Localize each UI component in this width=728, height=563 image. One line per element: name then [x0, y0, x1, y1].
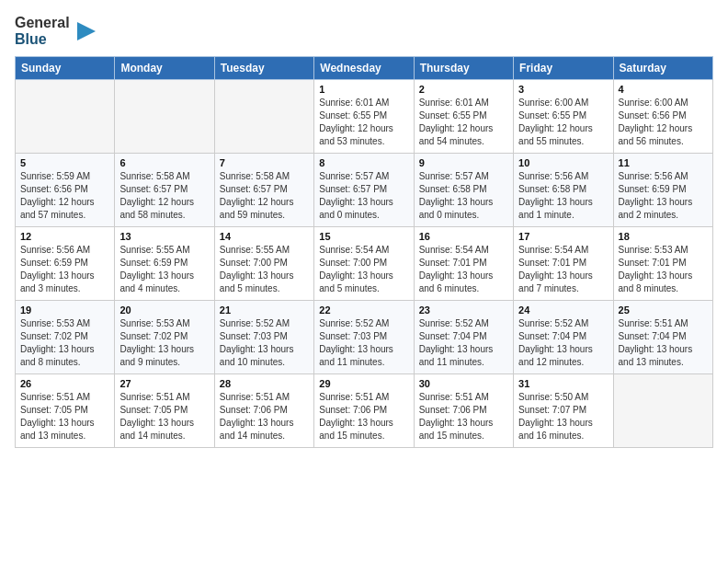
calendar-day-cell: 14Sunrise: 5:55 AMSunset: 7:00 PMDayligh…	[214, 227, 313, 301]
day-number: 28	[220, 378, 309, 389]
day-info: Sunrise: 5:54 AMSunset: 7:01 PMDaylight:…	[419, 244, 508, 295]
day-info: Sunrise: 5:52 AMSunset: 7:04 PMDaylight:…	[518, 317, 608, 369]
day-number: 25	[619, 304, 708, 316]
day-info: Sunrise: 6:01 AMSunset: 6:55 PMDaylight:…	[319, 97, 408, 148]
calendar-header-cell: Tuesday	[214, 57, 313, 80]
day-number: 6	[119, 157, 209, 168]
day-number: 4	[619, 84, 708, 95]
calendar-day-cell: 1Sunrise: 6:01 AMSunset: 6:55 PMDaylight…	[314, 80, 414, 154]
day-info: Sunrise: 5:56 AMSunset: 6:58 PMDaylight:…	[518, 170, 608, 222]
day-info: Sunrise: 5:58 AMSunset: 6:57 PMDaylight:…	[119, 170, 209, 222]
calendar-week-row: 1Sunrise: 6:01 AMSunset: 6:55 PMDaylight…	[16, 80, 713, 154]
day-info: Sunrise: 5:53 AMSunset: 7:02 PMDaylight:…	[20, 317, 109, 369]
day-info: Sunrise: 5:52 AMSunset: 7:03 PMDaylight:…	[319, 317, 408, 369]
svg-marker-0	[77, 22, 96, 40]
calendar-body: 1Sunrise: 6:01 AMSunset: 6:55 PMDaylight…	[16, 80, 713, 448]
logo-triangle-icon	[74, 18, 99, 44]
calendar-day-cell	[16, 80, 115, 154]
calendar-header-cell: Sunday	[16, 57, 115, 80]
day-number: 5	[20, 157, 109, 168]
logo-general-text: General	[15, 15, 70, 31]
day-number: 19	[20, 304, 109, 316]
calendar-header-cell: Thursday	[414, 57, 513, 80]
day-info: Sunrise: 6:00 AMSunset: 6:55 PMDaylight:…	[518, 97, 608, 148]
calendar-week-row: 19Sunrise: 5:53 AMSunset: 7:02 PMDayligh…	[16, 301, 713, 374]
calendar-day-cell: 31Sunrise: 5:50 AMSunset: 7:07 PMDayligh…	[514, 374, 613, 448]
calendar-day-cell: 25Sunrise: 5:51 AMSunset: 7:04 PMDayligh…	[613, 301, 712, 374]
calendar-day-cell: 27Sunrise: 5:51 AMSunset: 7:05 PMDayligh…	[115, 374, 214, 448]
calendar-day-cell: 6Sunrise: 5:58 AMSunset: 6:57 PMDaylight…	[115, 154, 214, 227]
calendar-day-cell: 19Sunrise: 5:53 AMSunset: 7:02 PMDayligh…	[16, 301, 115, 374]
day-info: Sunrise: 5:51 AMSunset: 7:06 PMDaylight:…	[319, 391, 408, 442]
calendar-day-cell: 26Sunrise: 5:51 AMSunset: 7:05 PMDayligh…	[16, 374, 115, 448]
calendar-day-cell: 15Sunrise: 5:54 AMSunset: 7:00 PMDayligh…	[314, 227, 414, 301]
calendar-day-cell: 5Sunrise: 5:59 AMSunset: 6:56 PMDaylight…	[16, 154, 115, 227]
day-info: Sunrise: 5:55 AMSunset: 6:59 PMDaylight:…	[119, 244, 209, 295]
calendar-day-cell: 29Sunrise: 5:51 AMSunset: 7:06 PMDayligh…	[314, 374, 414, 448]
day-number: 3	[518, 84, 608, 95]
calendar-header-cell: Monday	[115, 57, 214, 80]
calendar-day-cell: 11Sunrise: 5:56 AMSunset: 6:59 PMDayligh…	[613, 154, 712, 227]
day-info: Sunrise: 5:59 AMSunset: 6:56 PMDaylight:…	[20, 170, 109, 222]
calendar-day-cell: 3Sunrise: 6:00 AMSunset: 6:55 PMDaylight…	[514, 80, 613, 154]
day-number: 31	[518, 378, 608, 389]
calendar-day-cell: 10Sunrise: 5:56 AMSunset: 6:58 PMDayligh…	[514, 154, 613, 227]
day-info: Sunrise: 5:52 AMSunset: 7:04 PMDaylight:…	[419, 317, 508, 369]
calendar-week-row: 12Sunrise: 5:56 AMSunset: 6:59 PMDayligh…	[16, 227, 713, 301]
day-info: Sunrise: 5:51 AMSunset: 7:04 PMDaylight:…	[619, 317, 708, 369]
logo: General Blue	[15, 15, 99, 47]
calendar-day-cell: 21Sunrise: 5:52 AMSunset: 7:03 PMDayligh…	[214, 301, 313, 374]
calendar-day-cell: 13Sunrise: 5:55 AMSunset: 6:59 PMDayligh…	[115, 227, 214, 301]
day-info: Sunrise: 5:50 AMSunset: 7:07 PMDaylight:…	[518, 391, 608, 442]
day-info: Sunrise: 5:54 AMSunset: 7:01 PMDaylight:…	[518, 244, 608, 295]
day-info: Sunrise: 5:56 AMSunset: 6:59 PMDaylight:…	[619, 170, 708, 222]
day-info: Sunrise: 5:52 AMSunset: 7:03 PMDaylight:…	[220, 317, 309, 369]
day-number: 20	[119, 304, 209, 316]
day-number: 30	[419, 378, 508, 389]
calendar-week-row: 26Sunrise: 5:51 AMSunset: 7:05 PMDayligh…	[16, 374, 713, 448]
day-number: 2	[419, 84, 508, 95]
day-number: 27	[119, 378, 209, 389]
calendar-day-cell: 22Sunrise: 5:52 AMSunset: 7:03 PMDayligh…	[314, 301, 414, 374]
calendar-day-cell	[214, 80, 313, 154]
day-number: 29	[319, 378, 408, 389]
calendar-day-cell: 24Sunrise: 5:52 AMSunset: 7:04 PMDayligh…	[514, 301, 613, 374]
day-number: 14	[220, 231, 309, 242]
day-number: 26	[20, 378, 109, 389]
day-number: 10	[518, 157, 608, 168]
calendar-day-cell: 18Sunrise: 5:53 AMSunset: 7:01 PMDayligh…	[613, 227, 712, 301]
day-number: 23	[419, 304, 508, 316]
calendar-header-cell: Friday	[514, 57, 613, 80]
calendar-day-cell: 8Sunrise: 5:57 AMSunset: 6:57 PMDaylight…	[314, 154, 414, 227]
day-info: Sunrise: 5:54 AMSunset: 7:00 PMDaylight:…	[319, 244, 408, 295]
calendar-day-cell: 9Sunrise: 5:57 AMSunset: 6:58 PMDaylight…	[414, 154, 513, 227]
day-info: Sunrise: 5:55 AMSunset: 7:00 PMDaylight:…	[220, 244, 309, 295]
day-number: 22	[319, 304, 408, 316]
day-number: 17	[518, 231, 608, 242]
day-number: 7	[220, 157, 309, 168]
day-info: Sunrise: 5:57 AMSunset: 6:58 PMDaylight:…	[419, 170, 508, 222]
day-info: Sunrise: 5:51 AMSunset: 7:05 PMDaylight:…	[119, 391, 209, 442]
day-info: Sunrise: 6:01 AMSunset: 6:55 PMDaylight:…	[419, 97, 508, 148]
day-number: 16	[419, 231, 508, 242]
day-info: Sunrise: 5:56 AMSunset: 6:59 PMDaylight:…	[20, 244, 109, 295]
day-info: Sunrise: 5:51 AMSunset: 7:05 PMDaylight:…	[20, 391, 109, 442]
calendar-day-cell: 7Sunrise: 5:58 AMSunset: 6:57 PMDaylight…	[214, 154, 313, 227]
calendar-day-cell	[115, 80, 214, 154]
calendar-week-row: 5Sunrise: 5:59 AMSunset: 6:56 PMDaylight…	[16, 154, 713, 227]
day-info: Sunrise: 6:00 AMSunset: 6:56 PMDaylight:…	[619, 97, 708, 148]
day-info: Sunrise: 5:51 AMSunset: 7:06 PMDaylight:…	[419, 391, 508, 442]
day-info: Sunrise: 5:58 AMSunset: 6:57 PMDaylight:…	[220, 170, 309, 222]
calendar-day-cell: 17Sunrise: 5:54 AMSunset: 7:01 PMDayligh…	[514, 227, 613, 301]
calendar-day-cell: 28Sunrise: 5:51 AMSunset: 7:06 PMDayligh…	[214, 374, 313, 448]
day-info: Sunrise: 5:53 AMSunset: 7:02 PMDaylight:…	[119, 317, 209, 369]
logo-blue-text: Blue	[15, 31, 70, 48]
day-info: Sunrise: 5:57 AMSunset: 6:57 PMDaylight:…	[319, 170, 408, 222]
day-number: 8	[319, 157, 408, 168]
day-info: Sunrise: 5:53 AMSunset: 7:01 PMDaylight:…	[619, 244, 708, 295]
day-number: 18	[619, 231, 708, 242]
day-number: 9	[419, 157, 508, 168]
day-info: Sunrise: 5:51 AMSunset: 7:06 PMDaylight:…	[220, 391, 309, 442]
day-number: 12	[20, 231, 109, 242]
page-header: General Blue	[15, 15, 713, 47]
